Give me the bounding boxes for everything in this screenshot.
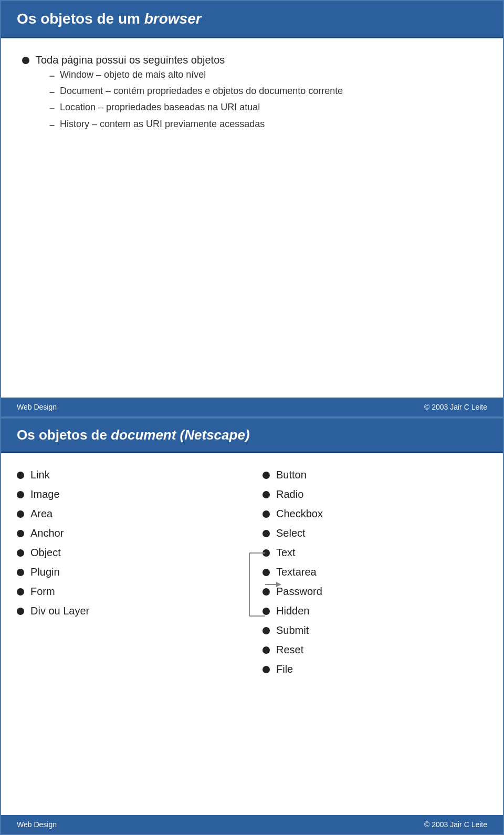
slide1-bullet-list: Toda página possui os seguintes objetos …: [22, 54, 482, 135]
slide1-header: Os objetos de um browser: [1, 1, 503, 38]
slide1-content: Toda página possui os seguintes objetos …: [1, 38, 503, 398]
item-text: Area: [30, 508, 52, 520]
list-item: Toda página possui os seguintes objetos …: [22, 54, 482, 135]
bullet-icon: [17, 588, 24, 596]
slide2-title-italic: document (Netscape): [111, 427, 249, 443]
footer-left: Web Design: [17, 820, 57, 829]
bullet-icon: [262, 627, 270, 634]
list-item: Button: [262, 469, 487, 481]
list-item: Plugin: [17, 566, 242, 578]
slide1-title-italic: browser: [144, 11, 202, 27]
list-item: Anchor: [17, 527, 242, 539]
list-item: Password: [262, 586, 487, 598]
list-item: Reset: [262, 644, 487, 656]
sub-item-text: History – contem as URI previamente aces…: [60, 119, 265, 130]
slide2-title: Os objetos de document (Netscape): [17, 427, 487, 443]
item-text: File: [276, 663, 293, 675]
item-text: Link: [30, 469, 50, 481]
item-text: Button: [276, 469, 307, 481]
list-item: Object: [17, 547, 242, 559]
list-item: Textarea: [262, 566, 487, 578]
bullet-icon: [17, 530, 24, 537]
sub-list-item: – History – contem as URI previamente ac…: [49, 119, 343, 132]
bullet-icon: [17, 608, 24, 615]
item-text: Object: [30, 547, 61, 559]
item-text: Div ou Layer: [30, 605, 89, 617]
list-item: Checkbox: [262, 508, 487, 520]
item-text: Image: [30, 488, 60, 500]
bullet-icon: [262, 491, 270, 498]
bullet-text: Toda página possui os seguintes objetos: [36, 54, 225, 66]
bullet-icon: [262, 472, 270, 479]
list-item: Hidden: [262, 605, 487, 617]
item-text: Reset: [276, 644, 303, 656]
sub-list-item: – Window – objeto de mais alto nível: [49, 69, 343, 82]
slide2-title-plain: Os objetos de: [17, 427, 111, 443]
sub-list-item: – Document – contém propriedades e objet…: [49, 86, 343, 99]
bullet-icon: [262, 510, 270, 518]
item-text: Radio: [276, 488, 303, 500]
bullet-icon: [262, 530, 270, 537]
list-item: File: [262, 663, 487, 675]
item-text: Form: [30, 586, 55, 598]
slide1-title: Os objetos de um browser: [17, 11, 487, 27]
list-item: Submit: [262, 624, 487, 636]
sub-list-item: – Location – propriedades baseadas na UR…: [49, 102, 343, 115]
item-text: Checkbox: [276, 508, 323, 520]
list-item: Area: [17, 508, 242, 520]
bullet-icon: [17, 491, 24, 498]
slide1-title-plain: Os objetos de um: [17, 11, 144, 27]
slide2-footer: Web Design © 2003 Jair C Leite: [1, 815, 503, 834]
bullet-icon: [262, 646, 270, 654]
slide-2: Os objetos de document (Netscape) Link I…: [0, 418, 504, 835]
bracket-connector: [247, 550, 284, 619]
slide2-content: Link Image Area Anchor: [1, 453, 503, 815]
list-item: Text: [262, 547, 487, 559]
item-text: Select: [276, 527, 306, 539]
list-item: Form: [17, 586, 242, 598]
list-item: Link: [17, 469, 242, 481]
list-item: Select: [262, 527, 487, 539]
sub-item-text: Document – contém propriedades e objetos…: [60, 86, 343, 97]
bullet-icon: [262, 666, 270, 673]
item-text: Plugin: [30, 566, 60, 578]
col-left: Link Image Area Anchor: [17, 469, 252, 810]
list-item: Radio: [262, 488, 487, 500]
col-right-list: Button Radio Checkbox Select: [262, 469, 487, 675]
bullet-icon: [17, 569, 24, 576]
sub-item-text: Window – objeto de mais alto nível: [60, 69, 206, 80]
sub-list: – Window – objeto de mais alto nível – D…: [49, 69, 343, 132]
slide-1: Os objetos de um browser Toda página pos…: [0, 0, 504, 418]
slide2-header: Os objetos de document (Netscape): [1, 419, 503, 453]
item-text: Submit: [276, 624, 309, 636]
footer-right: © 2003 Jair C Leite: [424, 403, 487, 411]
col-left-list: Link Image Area Anchor: [17, 469, 242, 617]
footer-left: Web Design: [17, 403, 57, 411]
bullet-icon: [22, 57, 29, 64]
bullet-icon: [17, 510, 24, 518]
col-right: Button Radio Checkbox Select: [252, 469, 487, 810]
footer-right: © 2003 Jair C Leite: [424, 820, 487, 829]
sub-item-text: Location – propriedades baseadas na URI …: [60, 102, 260, 113]
svg-marker-4: [276, 582, 281, 587]
list-item: Div ou Layer: [17, 605, 242, 617]
item-text: Anchor: [30, 527, 64, 539]
bullet-icon: [17, 472, 24, 479]
slide1-footer: Web Design © 2003 Jair C Leite: [1, 398, 503, 416]
list-item: Image: [17, 488, 242, 500]
two-columns: Link Image Area Anchor: [17, 469, 487, 810]
bullet-icon: [17, 549, 24, 557]
